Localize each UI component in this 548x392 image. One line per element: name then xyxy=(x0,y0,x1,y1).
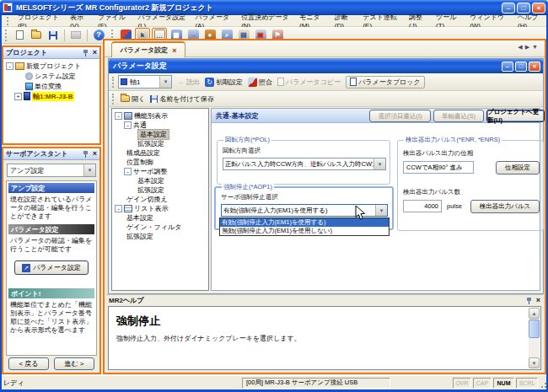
pulse-count-input[interactable]: 4000 xyxy=(403,200,442,212)
scroll-left-icon[interactable]: ◀ xyxy=(518,44,524,50)
tree-item[interactable]: 拡張設定 xyxy=(112,232,208,241)
collapse-icon[interactable]: - xyxy=(6,62,13,70)
next-button[interactable]: 進む > xyxy=(54,357,94,370)
parameter-settings-panel: 共通-基本設定 選択項目書込(I) 単軸書込(S) プロジェクトへ更新(U) 回… xyxy=(211,108,540,291)
tree-item[interactable]: 拡張設定 xyxy=(112,139,208,148)
amp-setting-text: 現在設定されているパラメータの確認・編集を行うことができます xyxy=(8,195,94,224)
toolbar-grip xyxy=(5,30,8,41)
tree-item-label: 新規プロジェクト xyxy=(26,62,81,71)
tree-item[interactable]: システム設定 xyxy=(3,71,99,81)
verify-button[interactable]: ✓ 照合 xyxy=(248,78,272,87)
default-setting-button[interactable]: ↻ 初期設定 xyxy=(205,78,243,87)
close-icon[interactable]: × xyxy=(529,62,540,72)
chevron-down-icon[interactable]: ▼ xyxy=(375,205,387,216)
parameter-copy-label: パラメータコピー xyxy=(286,78,341,87)
encoder-output-pulse-button[interactable]: 検出器出力パルス xyxy=(470,200,540,213)
tree-item-label: リスト表示 xyxy=(134,204,169,213)
tree-item[interactable]: -機能別表示 xyxy=(112,111,208,121)
read-button[interactable]: ← 読出 xyxy=(178,78,200,87)
mouse-cursor xyxy=(355,205,366,221)
tree-item[interactable]: 基本設定 xyxy=(112,130,208,139)
print-button[interactable] xyxy=(68,28,83,42)
help-scrollbar[interactable]: ▲ ▼ xyxy=(529,308,540,368)
pin-icon[interactable] xyxy=(526,297,533,304)
rotation-direction-select[interactable]: 正転パルス入力時CCW方向、逆転パルス入力時CW方向 ▼ xyxy=(223,158,386,170)
save-as-label: 名前を付けて保存 xyxy=(159,94,214,104)
pin-icon[interactable] xyxy=(83,49,89,56)
forced-stop-group-title: 強制停止(*AOP1) xyxy=(222,183,274,191)
write-selected-button[interactable]: 選択項目書込(I) xyxy=(369,110,431,122)
collapse-icon[interactable]: - xyxy=(115,205,122,212)
tab-menu-icon[interactable]: ▼ xyxy=(532,44,540,50)
open-link-icon: ↗ xyxy=(22,264,30,272)
axis-select[interactable]: 軸1 ▼ xyxy=(118,75,172,89)
verify-icon: ✓ xyxy=(248,78,257,87)
chevron-down-icon[interactable]: ▼ xyxy=(373,158,385,169)
tree-item[interactable]: -リスト表示 xyxy=(112,204,208,213)
rotation-direction-value: 正転パルス入力時CCW方向、逆転パルス入力時CW方向 xyxy=(225,160,373,169)
open-button[interactable]: 開く xyxy=(121,94,145,104)
scroll-right-icon[interactable]: ▶ xyxy=(525,44,532,50)
tab-close-icon[interactable]: × xyxy=(172,46,176,55)
tree-item[interactable]: 拡張設定 xyxy=(112,185,208,195)
collapse-icon[interactable]: - xyxy=(124,121,132,129)
scrollbar-thumb[interactable] xyxy=(529,320,540,338)
tree-item-label: 拡張設定 xyxy=(137,185,164,195)
open-project-button[interactable] xyxy=(29,28,44,42)
assistant-panel-header[interactable]: サーボアシスタント × xyxy=(3,148,99,160)
new-project-button[interactable] xyxy=(12,28,27,42)
tree-item[interactable]: ゲイン・フィルタ xyxy=(112,223,208,232)
open-folder-icon xyxy=(121,95,130,102)
tree-item[interactable]: + 軸1:MR-J3-B xyxy=(3,91,99,101)
close-icon[interactable]: × xyxy=(536,297,540,304)
mr2-help-panel: MR2ヘルプ × 強制停止 強制停止入力、外付けダイナミックブレーキを選択します… xyxy=(106,294,543,371)
tree-item[interactable]: 構成品設定 xyxy=(112,148,208,158)
parameter-block-button[interactable]: パラメータブロック xyxy=(346,76,425,89)
tree-item-label: ゲイン・フィルタ xyxy=(126,223,181,232)
servo-axis-icon xyxy=(24,92,30,100)
toolbar-grip xyxy=(112,77,115,88)
project-panel-header[interactable]: プロジェクト × xyxy=(3,47,99,59)
tree-item[interactable]: 基本設定 xyxy=(112,176,208,185)
tree-item[interactable]: ゲイン切換え xyxy=(112,195,208,204)
chevron-down-icon[interactable]: ▼ xyxy=(159,76,171,88)
scroll-up-icon[interactable]: ▲ xyxy=(529,308,540,319)
tree-item[interactable]: -サーボ調整 xyxy=(112,167,208,176)
expand-icon[interactable]: + xyxy=(14,93,22,100)
tab-parameter-setting[interactable]: パラメータ設定 × xyxy=(111,41,185,57)
parameter-copy-button[interactable]: パラメータコピー xyxy=(277,78,341,87)
help-panel-header[interactable]: MR2ヘルプ × xyxy=(106,294,543,305)
scroll-down-icon[interactable]: ▼ xyxy=(529,357,540,368)
maximize-icon[interactable]: □ xyxy=(515,62,527,72)
dropdown-option[interactable]: 無効(強制停止入力(EM1)を使用しない) xyxy=(220,227,389,235)
parameter-setting-button[interactable]: ↗ パラメータ設定 xyxy=(14,260,89,275)
collapse-icon[interactable]: - xyxy=(115,112,122,120)
phase-setting-button[interactable]: 位相設定 xyxy=(496,161,540,175)
tree-item-label: 軸1:MR-J3-B xyxy=(32,92,74,101)
pulse-count-label: 検出器出力パルス数 xyxy=(403,188,460,196)
minimize-icon[interactable]: – xyxy=(502,62,513,72)
save-as-button[interactable]: 名前を付けて保存 xyxy=(150,94,214,104)
write-axis-button[interactable]: 単軸書込(S) xyxy=(433,110,484,122)
pin-icon[interactable] xyxy=(83,150,89,158)
tree-item[interactable]: - 新規プロジェクト xyxy=(3,61,99,71)
point-text: 機能単位でまとめた「機能別表示」とパラメータ番号順に並べた「リスト表示」から表示… xyxy=(8,300,94,338)
servo-assistant-panel: サーボアシスタント × アンプ設定 ▼ アンプ設定 現在設定されているパラメータ… xyxy=(2,147,101,374)
collapse-icon[interactable]: - xyxy=(124,168,132,175)
assistant-mode-select[interactable]: アンプ設定 ▼ xyxy=(7,164,96,177)
close-icon[interactable]: × xyxy=(93,49,97,56)
tree-item[interactable]: 基本設定 xyxy=(112,213,208,223)
tab-scroll-controls[interactable]: ◀▶▼ xyxy=(518,44,540,51)
axis-value: 軸1 xyxy=(130,78,140,87)
back-button[interactable]: < 戻る xyxy=(8,357,49,370)
save-project-button[interactable] xyxy=(46,28,61,42)
save-icon xyxy=(49,31,57,40)
update-project-button[interactable]: プロジェクトへ更新(U) xyxy=(486,110,545,122)
assistant-mode-value: アンプ設定 xyxy=(10,166,45,175)
tree-item[interactable]: 位置制御 xyxy=(112,158,208,167)
close-icon[interactable]: × xyxy=(93,150,97,158)
chevron-down-icon[interactable]: ▼ xyxy=(83,164,95,176)
tree-item-label: 構成品設定 xyxy=(126,148,160,158)
folder-icon xyxy=(15,62,24,70)
tree-item[interactable]: 単位変換 xyxy=(3,81,99,91)
